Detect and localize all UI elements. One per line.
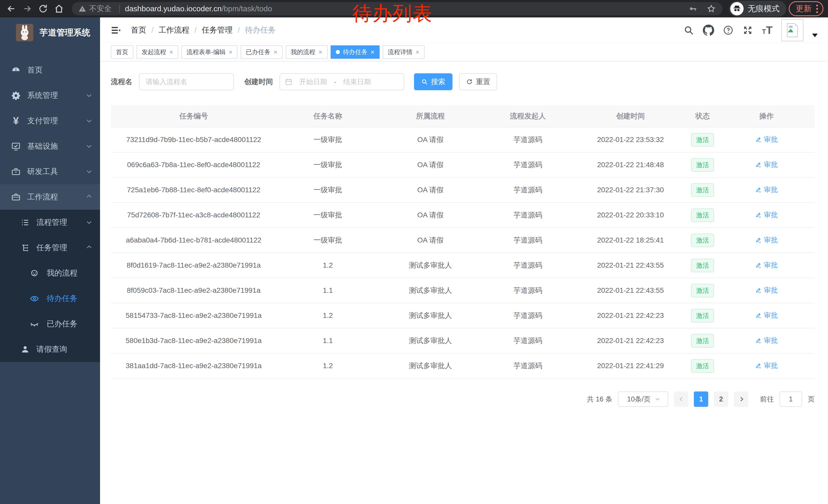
key-icon[interactable] (688, 4, 697, 13)
approve-button[interactable]: 审批 (755, 185, 778, 194)
forward-icon[interactable] (20, 2, 34, 15)
date-range-picker[interactable]: - (280, 73, 404, 90)
status-badge: 激活 (691, 359, 714, 373)
star-icon[interactable] (707, 4, 716, 13)
home-icon[interactable] (52, 2, 66, 15)
incognito-badge: 无痕模式 (729, 1, 786, 17)
reset-button[interactable]: 重置 (459, 73, 497, 90)
cell-process: 测试多审批人 (379, 278, 482, 303)
chevron-up-icon (87, 245, 91, 250)
reload-icon[interactable] (36, 2, 50, 15)
tab-home[interactable]: 首页 (111, 45, 133, 59)
update-label: 更新 (796, 3, 812, 14)
cell-create-time: 2022-01-22 18:25:41 (574, 228, 687, 253)
approve-button[interactable]: 审批 (755, 336, 778, 345)
avatar[interactable] (781, 19, 803, 41)
warning-icon (79, 5, 86, 12)
chevron-down-icon (87, 118, 91, 122)
cell-starter: 芋道源码 (482, 328, 574, 353)
tab-form-edit[interactable]: 流程表单-编辑× (181, 45, 238, 59)
update-button[interactable]: 更新 (789, 1, 823, 16)
goto-label: 前往 (760, 395, 774, 404)
page-button-2[interactable]: 2 (714, 392, 728, 407)
page-size-select[interactable]: 10条/页 (618, 392, 668, 407)
cell-task-id: 8f059c03-7ac8-11ec-a9e2-a2380e71991a (111, 278, 277, 303)
sidebar-item-home[interactable]: 首页 (0, 57, 100, 83)
breadcrumb-workflow[interactable]: 工作流程 (159, 25, 189, 35)
breadcrumb-current: 待办任务 (245, 25, 276, 35)
font-size-icon[interactable]: TT (762, 24, 773, 36)
approve-button[interactable]: 审批 (755, 286, 778, 295)
cell-task-id: 725a1eb6-7b88-11ec-8ef0-acde48001122 (111, 177, 277, 202)
range-separator: - (334, 78, 336, 86)
close-icon[interactable]: × (319, 48, 322, 56)
page-button-1[interactable]: 1 (694, 392, 708, 407)
start-date-input[interactable] (294, 78, 332, 86)
sidebar-item-leave-query[interactable]: 请假查询 (0, 336, 100, 362)
back-icon[interactable] (5, 2, 18, 15)
close-icon[interactable]: × (416, 48, 419, 56)
process-name-input[interactable] (139, 73, 234, 90)
approve-button[interactable]: 审批 (755, 235, 778, 244)
sidebar-item-system[interactable]: 系统管理 (0, 83, 100, 108)
sidebar-item-devtools[interactable]: 研发工具 (0, 159, 100, 184)
approve-button[interactable]: 审批 (755, 261, 778, 270)
briefcase-icon (10, 192, 22, 202)
tab-start-process[interactable]: 发起流程× (136, 45, 178, 59)
chevron-down-icon (87, 92, 91, 97)
sidebar-item-label: 任务管理 (36, 242, 87, 253)
tab-done-tasks[interactable]: 已办任务× (241, 45, 282, 59)
edit-pencil-icon (755, 337, 762, 344)
more-vertical-icon[interactable] (816, 5, 818, 13)
approve-button[interactable]: 审批 (755, 361, 778, 370)
cell-create-time: 2022-01-21 22:41:29 (574, 353, 687, 378)
robot-icon (29, 269, 40, 278)
tab-todo-tasks[interactable]: 待办任务× (331, 45, 380, 59)
sidebar-item-workflow[interactable]: 工作流程 (0, 184, 100, 210)
end-date-input[interactable] (338, 78, 376, 86)
col-process: 所属流程 (379, 105, 482, 127)
hamburger-fold-icon[interactable] (110, 25, 122, 36)
sidebar-item-todo-tasks[interactable]: 待办任务 (0, 286, 100, 311)
sidebar-item-task-mgmt[interactable]: 任务管理 (0, 235, 100, 261)
close-icon[interactable]: × (274, 48, 277, 56)
breadcrumb-home[interactable]: 首页 (131, 25, 146, 35)
search-icon (421, 79, 428, 85)
tags-view: 首页 发起流程× 流程表单-编辑× 已办任务× 我的流程× 待办任务× 流程详情… (100, 43, 828, 61)
sidebar-item-payment[interactable]: ¥ 支付管理 (0, 108, 100, 134)
table-row: 73211d9d-7b9b-11ec-b5b7-acde48001122 一级审… (111, 127, 815, 152)
table-row: 725a1eb6-7b88-11ec-8ef0-acde48001122 一级审… (111, 177, 815, 202)
sidebar-item-my-process[interactable]: 我的流程 (0, 261, 100, 286)
cell-create-time: 2022-01-21 22:42:23 (574, 328, 687, 353)
cell-process: OA 请假 (379, 152, 482, 177)
cell-create-time: 2022-01-22 21:37:30 (574, 177, 687, 202)
edit-pencil-icon (755, 186, 762, 193)
cell-task-name: 一级审批 (277, 177, 379, 202)
sidebar-item-done-tasks[interactable]: 已办任务 (0, 311, 100, 336)
prev-page-button[interactable] (674, 392, 688, 407)
github-icon[interactable] (703, 25, 714, 36)
approve-button[interactable]: 审批 (755, 135, 778, 144)
tab-my-process[interactable]: 我的流程× (286, 45, 328, 59)
caret-down-icon[interactable] (812, 34, 818, 37)
tab-process-detail[interactable]: 流程详情× (383, 45, 424, 59)
approve-button[interactable]: 审批 (755, 210, 778, 220)
close-icon[interactable]: × (229, 48, 233, 56)
goto-page-input[interactable] (780, 392, 802, 407)
close-icon[interactable]: × (169, 48, 173, 56)
next-page-button[interactable] (734, 392, 748, 407)
status-badge: 激活 (691, 259, 714, 272)
approve-button[interactable]: 审批 (755, 160, 778, 169)
sidebar-item-process-mgmt[interactable]: 流程管理 (0, 210, 100, 235)
help-icon[interactable] (723, 25, 734, 36)
approve-button[interactable]: 审批 (755, 311, 778, 320)
close-icon[interactable]: × (371, 48, 374, 56)
breadcrumb-task-mgmt[interactable]: 任务管理 (202, 25, 233, 35)
search-button[interactable]: 搜索 (414, 73, 452, 90)
sidebar-item-infra[interactable]: 基础设施 (0, 134, 100, 159)
fullscreen-icon[interactable] (742, 25, 753, 36)
logo-row[interactable]: 芋道管理系统 (0, 17, 100, 48)
search-icon[interactable] (683, 25, 694, 36)
table-row: 8f059c03-7ac8-11ec-a9e2-a2380e71991a 1.1… (111, 278, 815, 303)
cell-create-time: 2022-01-22 20:33:10 (574, 202, 687, 228)
